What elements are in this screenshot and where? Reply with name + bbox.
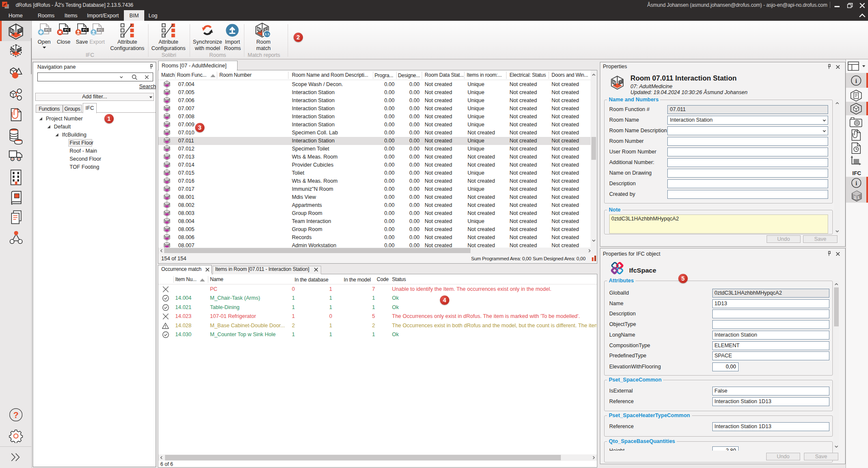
svg-text:IFC: IFC [98,28,103,32]
svg-text:IFC: IFC [64,28,70,32]
svg-text:1:1: 1:1 [854,195,860,200]
svg-text:IFC: IFC [82,28,88,32]
svg-text:1:1: 1:1 [265,32,269,36]
svg-text:IFC: IFC [45,28,50,32]
svg-text:?: ? [13,410,19,420]
svg-text:i: i [855,180,857,187]
svg-text:i: i [855,78,857,84]
